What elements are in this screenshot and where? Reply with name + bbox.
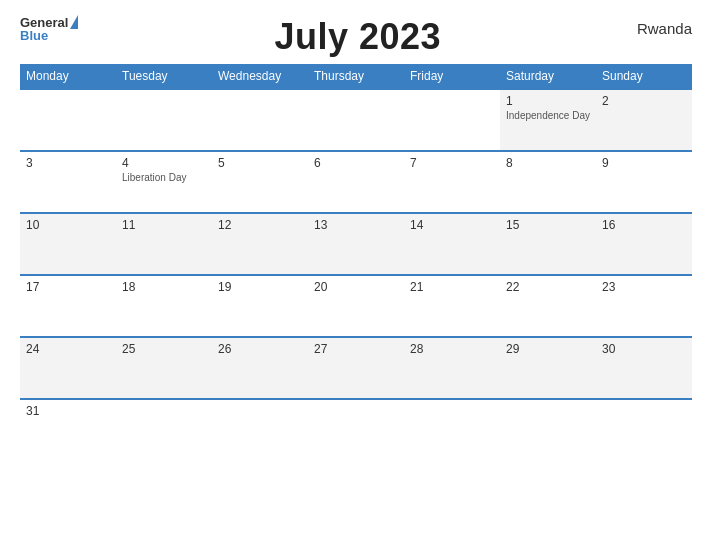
calendar-cell: 3 [20, 151, 116, 213]
calendar-cell [596, 399, 692, 461]
calendar-cell: 19 [212, 275, 308, 337]
day-number: 24 [26, 342, 110, 356]
day-number: 9 [602, 156, 686, 170]
day-number: 7 [410, 156, 494, 170]
header: General Blue July 2023 Rwanda [20, 16, 692, 58]
calendar-cell: 11 [116, 213, 212, 275]
calendar-cell [404, 399, 500, 461]
weekday-header-tuesday: Tuesday [116, 64, 212, 89]
day-number: 5 [218, 156, 302, 170]
day-number: 25 [122, 342, 206, 356]
calendar-cell: 12 [212, 213, 308, 275]
calendar-cell: 17 [20, 275, 116, 337]
day-number: 21 [410, 280, 494, 294]
day-number: 17 [26, 280, 110, 294]
calendar-cell [500, 399, 596, 461]
weekday-header-thursday: Thursday [308, 64, 404, 89]
calendar-page: General Blue July 2023 Rwanda MondayTues… [0, 0, 712, 550]
day-number: 15 [506, 218, 590, 232]
calendar-cell: 26 [212, 337, 308, 399]
calendar-cell: 6 [308, 151, 404, 213]
calendar-cell [212, 399, 308, 461]
day-number: 10 [26, 218, 110, 232]
calendar-cell: 14 [404, 213, 500, 275]
calendar-cell: 24 [20, 337, 116, 399]
calendar-cell: 9 [596, 151, 692, 213]
weekday-header-wednesday: Wednesday [212, 64, 308, 89]
day-number: 30 [602, 342, 686, 356]
calendar-title: July 2023 [78, 16, 637, 58]
logo: General Blue [20, 16, 78, 42]
calendar-cell: 27 [308, 337, 404, 399]
day-number: 22 [506, 280, 590, 294]
calendar-cell: 8 [500, 151, 596, 213]
week-row-1: 1Independence Day2 [20, 89, 692, 151]
calendar-cell: 13 [308, 213, 404, 275]
weekday-header-row: MondayTuesdayWednesdayThursdayFridaySatu… [20, 64, 692, 89]
calendar-cell: 18 [116, 275, 212, 337]
calendar-cell [308, 89, 404, 151]
calendar-cell: 21 [404, 275, 500, 337]
calendar-cell: 25 [116, 337, 212, 399]
day-number: 8 [506, 156, 590, 170]
day-number: 13 [314, 218, 398, 232]
week-row-5: 24252627282930 [20, 337, 692, 399]
calendar-cell: 16 [596, 213, 692, 275]
day-number: 19 [218, 280, 302, 294]
day-number: 1 [506, 94, 590, 108]
country-label: Rwanda [637, 16, 692, 37]
day-number: 12 [218, 218, 302, 232]
calendar-cell: 23 [596, 275, 692, 337]
day-number: 31 [26, 404, 110, 418]
weekday-header-saturday: Saturday [500, 64, 596, 89]
day-number: 6 [314, 156, 398, 170]
calendar-cell: 2 [596, 89, 692, 151]
day-number: 11 [122, 218, 206, 232]
week-row-4: 17181920212223 [20, 275, 692, 337]
calendar-cell: 20 [308, 275, 404, 337]
weekday-header-friday: Friday [404, 64, 500, 89]
holiday-label: Independence Day [506, 110, 590, 121]
calendar-cell: 31 [20, 399, 116, 461]
week-row-6: 31 [20, 399, 692, 461]
logo-blue-text: Blue [20, 29, 78, 42]
calendar-cell [116, 89, 212, 151]
weekday-header-monday: Monday [20, 64, 116, 89]
calendar-cell: 5 [212, 151, 308, 213]
day-number: 3 [26, 156, 110, 170]
calendar-cell: 4Liberation Day [116, 151, 212, 213]
calendar-cell [212, 89, 308, 151]
week-row-2: 34Liberation Day56789 [20, 151, 692, 213]
weekday-header-sunday: Sunday [596, 64, 692, 89]
title-block: July 2023 [78, 16, 637, 58]
day-number: 26 [218, 342, 302, 356]
day-number: 20 [314, 280, 398, 294]
calendar-cell: 15 [500, 213, 596, 275]
holiday-label: Liberation Day [122, 172, 206, 183]
day-number: 28 [410, 342, 494, 356]
calendar-cell: 30 [596, 337, 692, 399]
calendar-cell [404, 89, 500, 151]
calendar-cell: 7 [404, 151, 500, 213]
week-row-3: 10111213141516 [20, 213, 692, 275]
logo-triangle-icon [70, 15, 78, 29]
day-number: 4 [122, 156, 206, 170]
calendar-table: MondayTuesdayWednesdayThursdayFridaySatu… [20, 64, 692, 461]
calendar-cell: 29 [500, 337, 596, 399]
day-number: 2 [602, 94, 686, 108]
calendar-cell [308, 399, 404, 461]
day-number: 29 [506, 342, 590, 356]
day-number: 14 [410, 218, 494, 232]
calendar-cell: 1Independence Day [500, 89, 596, 151]
calendar-cell: 10 [20, 213, 116, 275]
calendar-cell [116, 399, 212, 461]
day-number: 27 [314, 342, 398, 356]
calendar-cell: 22 [500, 275, 596, 337]
day-number: 16 [602, 218, 686, 232]
day-number: 18 [122, 280, 206, 294]
calendar-cell [20, 89, 116, 151]
calendar-cell: 28 [404, 337, 500, 399]
day-number: 23 [602, 280, 686, 294]
